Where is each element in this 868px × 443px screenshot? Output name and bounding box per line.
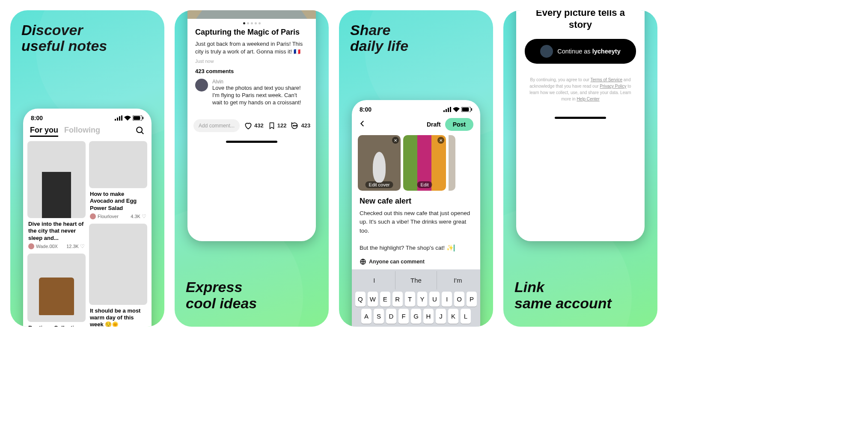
kb-suggestion[interactable]: I'm (437, 271, 479, 289)
post-action-bar: Add comment... 432 122 423 (187, 116, 316, 140)
tab-following[interactable]: Following (64, 126, 100, 137)
avatar-icon (195, 79, 208, 92)
kb-key[interactable]: W (368, 292, 378, 307)
kb-key[interactable]: Y (417, 292, 428, 307)
headline-express: Express cool ideas (175, 267, 268, 311)
onboarding-headline: Every picture tells a story (516, 10, 645, 39)
text-cursor (454, 245, 455, 251)
tab-for-you[interactable]: For you (30, 126, 58, 137)
heart-icon[interactable]: ♡ (80, 243, 85, 249)
svg-point-10 (295, 125, 296, 126)
draft-button[interactable]: Draft (427, 121, 441, 128)
svg-point-7 (137, 127, 142, 133)
thumbnail[interactable]: ✕ Edit (403, 135, 446, 191)
image-paginator[interactable] (187, 19, 316, 26)
privacy-link[interactable]: Privacy Policy (600, 84, 626, 89)
svg-rect-1 (117, 118, 118, 121)
svg-rect-0 (115, 119, 116, 121)
continue-as-button[interactable]: Continue as lycheeyty (525, 39, 636, 64)
status-icons (115, 115, 144, 121)
battery-icon (133, 115, 144, 121)
svg-point-9 (293, 125, 294, 126)
remove-thumb-icon[interactable]: ✕ (392, 137, 399, 144)
like-button[interactable]: 432 (244, 121, 264, 130)
feed-card[interactable]: Boutique Collection of Autumn Short Boot… (27, 254, 86, 327)
remove-thumb-icon[interactable]: ✕ (437, 137, 444, 144)
post-hero-image[interactable] (187, 10, 316, 19)
status-time: 8:00 (31, 115, 43, 121)
kb-key[interactable]: I (442, 292, 452, 307)
card-user: Flourlover (98, 214, 119, 219)
svg-line-8 (142, 132, 144, 134)
audience-selector[interactable]: Anyone can comment (352, 252, 480, 269)
phone-mock-compose: 8:00 Draft Post ✕ Edit co (352, 100, 480, 327)
thumbnail[interactable]: ✕ Edit cover (358, 135, 401, 191)
kb-key[interactable]: A (361, 309, 372, 324)
kb-key[interactable]: O (454, 292, 464, 307)
kb-key[interactable]: H (423, 309, 434, 324)
kb-key[interactable]: U (429, 292, 440, 307)
post-button[interactable]: Post (445, 118, 473, 131)
kb-key[interactable]: D (386, 309, 396, 324)
phone-mock-onboarding: Every picture tells a story Continue as … (516, 10, 645, 241)
kb-suggestion[interactable]: I (354, 271, 395, 289)
kb-key[interactable]: F (398, 309, 409, 324)
kb-key[interactable]: P (467, 292, 477, 307)
audience-label: Anyone can comment (369, 259, 425, 265)
comment-count: 423 (301, 122, 310, 129)
compose-body-input[interactable]: Checked out this new cafe that just open… (352, 209, 480, 252)
feed-card[interactable]: How to make Avocado and Egg Power Salad … (89, 141, 147, 220)
promo-panel-discover: Discover useful notes 8:00 For you Follo… (10, 10, 164, 327)
card-image (89, 141, 147, 188)
svg-rect-13 (446, 109, 447, 112)
dot-icon (247, 22, 249, 24)
kb-key[interactable]: K (448, 309, 458, 324)
continue-username: lycheeyty (592, 48, 621, 55)
comment-item[interactable]: Alvin Love the photos and text you share… (195, 79, 308, 106)
avatar-icon (540, 45, 553, 58)
svg-rect-15 (450, 107, 451, 112)
kb-key[interactable]: Q (355, 292, 366, 307)
card-image (89, 224, 147, 305)
status-time: 8:00 (360, 106, 372, 113)
help-center-link[interactable]: Help Center (577, 97, 599, 101)
svg-rect-5 (134, 116, 140, 120)
edit-thumb-button[interactable]: Edit (417, 181, 432, 188)
card-image (27, 141, 86, 218)
svg-rect-18 (471, 108, 472, 111)
kb-key[interactable]: S (374, 309, 384, 324)
thumbnail-peek[interactable] (449, 135, 455, 191)
svg-rect-3 (121, 115, 122, 121)
signal-icon (115, 115, 122, 121)
card-image (27, 254, 86, 322)
bookmark-count: 122 (277, 122, 287, 129)
compose-title-input[interactable]: New cafe alert (352, 191, 480, 209)
kb-key[interactable]: R (392, 292, 403, 307)
promo-panel-share: Share daily life 8:00 Draft Post (339, 10, 493, 327)
post-title: Capturing the Magic of Paris (195, 28, 308, 37)
svg-rect-17 (462, 108, 469, 112)
kb-key[interactable]: G (411, 309, 421, 324)
edit-cover-button[interactable]: Edit cover (366, 181, 393, 188)
search-icon[interactable] (135, 126, 145, 137)
tos-link[interactable]: Terms of Service (591, 77, 622, 82)
avatar-icon (90, 213, 96, 219)
svg-rect-6 (143, 117, 143, 119)
dot-icon (255, 22, 257, 24)
card-title: It should be a most warm day of this wee… (89, 305, 147, 327)
feed-card[interactable]: It should be a most warm day of this wee… (89, 224, 147, 327)
back-button[interactable] (359, 120, 366, 129)
svg-rect-14 (448, 108, 449, 112)
svg-rect-12 (443, 110, 445, 112)
kb-key[interactable]: E (380, 292, 390, 307)
keyboard: I The I'm Q W E R T Y U I O P A (352, 269, 480, 327)
kb-suggestion[interactable]: The (395, 271, 437, 289)
kb-key[interactable]: J (436, 309, 446, 324)
kb-key[interactable]: L (461, 309, 471, 324)
comment-button[interactable]: 423 (291, 121, 310, 130)
feed-card[interactable]: Dive into the heart of the city that nev… (27, 141, 86, 250)
bookmark-button[interactable]: 122 (268, 121, 287, 130)
heart-icon[interactable]: ♡ (142, 213, 146, 219)
add-comment-input[interactable]: Add comment... (193, 119, 240, 132)
kb-key[interactable]: T (405, 292, 415, 307)
